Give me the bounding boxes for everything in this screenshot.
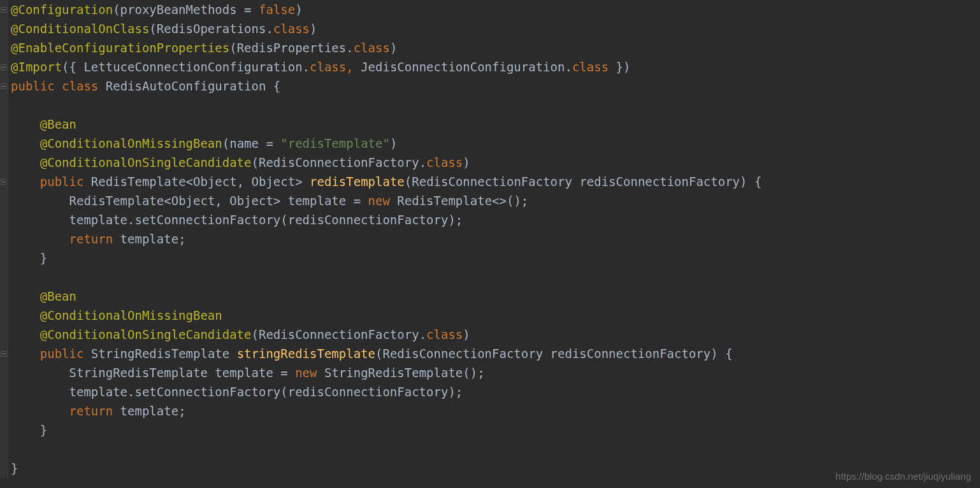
code-line: return template; — [11, 229, 980, 248]
code-line: } — [11, 459, 980, 478]
code-content[interactable]: @Configuration(proxyBeanMethods = false)… — [8, 0, 980, 478]
code-line: } — [11, 420, 980, 440]
code-line: @EnableConfigurationProperties(RedisProp… — [11, 38, 980, 57]
annotation-enable-config-props: @EnableConfigurationProperties — [11, 41, 229, 55]
code-line: @Bean — [11, 287, 980, 306]
gutter — [0, 0, 8, 478]
code-line: public class RedisAutoConfiguration { — [11, 76, 980, 96]
code-line: @Import({ LettuceConnectionConfiguration… — [11, 57, 980, 76]
annotation-cond-missing-bean: @ConditionalOnMissingBean — [40, 136, 222, 150]
code-line — [11, 268, 980, 287]
code-line: @ConditionalOnClass(RedisOperations.clas… — [11, 19, 980, 38]
code-line: public RedisTemplate<Object, Object> red… — [11, 172, 980, 191]
fold-icon[interactable] — [1, 83, 6, 89]
fold-icon[interactable] — [1, 179, 6, 185]
code-line: @Bean — [11, 115, 980, 134]
string-literal: "redisTemplate" — [280, 136, 390, 150]
annotation-bean: @Bean — [40, 289, 76, 303]
code-line: @Configuration(proxyBeanMethods = false) — [11, 0, 980, 19]
annotation-conditional-on-class: @ConditionalOnClass — [11, 22, 149, 36]
code-line: public StringRedisTemplate stringRedisTe… — [11, 344, 980, 363]
annotation-cond-missing-bean: @ConditionalOnMissingBean — [40, 308, 222, 322]
code-line: template.setConnectionFactory(redisConne… — [11, 210, 980, 229]
code-line: return template; — [11, 401, 980, 420]
code-line — [11, 96, 980, 115]
fold-icon[interactable] — [1, 64, 6, 70]
code-line: template.setConnectionFactory(redisConne… — [11, 382, 980, 401]
code-line: RedisTemplate<Object, Object> template =… — [11, 191, 980, 210]
fold-icon[interactable] — [1, 7, 6, 13]
code-line: @ConditionalOnSingleCandidate(RedisConne… — [11, 325, 980, 344]
code-line: @ConditionalOnSingleCandidate(RedisConne… — [11, 153, 980, 172]
annotation-cond-single-candidate: @ConditionalOnSingleCandidate — [40, 155, 252, 169]
annotation-configuration: @Configuration — [11, 3, 113, 17]
annotation-cond-single-candidate: @ConditionalOnSingleCandidate — [40, 327, 252, 341]
class-name: RedisAutoConfiguration — [106, 79, 266, 93]
method-string-redis-template: stringRedisTemplate — [237, 347, 375, 361]
code-editor[interactable]: @Configuration(proxyBeanMethods = false)… — [0, 0, 980, 478]
code-line: StringRedisTemplate template = new Strin… — [11, 363, 980, 382]
watermark: https://blog.csdn.net/jiuqiyuliang — [835, 471, 971, 482]
code-line: } — [11, 248, 980, 268]
fold-icon[interactable] — [1, 351, 6, 357]
method-redis-template: redisTemplate — [310, 175, 405, 189]
annotation-bean: @Bean — [40, 117, 76, 131]
code-line: @ConditionalOnMissingBean(name = "redisT… — [11, 134, 980, 153]
code-line: @ConditionalOnMissingBean — [11, 306, 980, 325]
code-line — [11, 440, 980, 459]
